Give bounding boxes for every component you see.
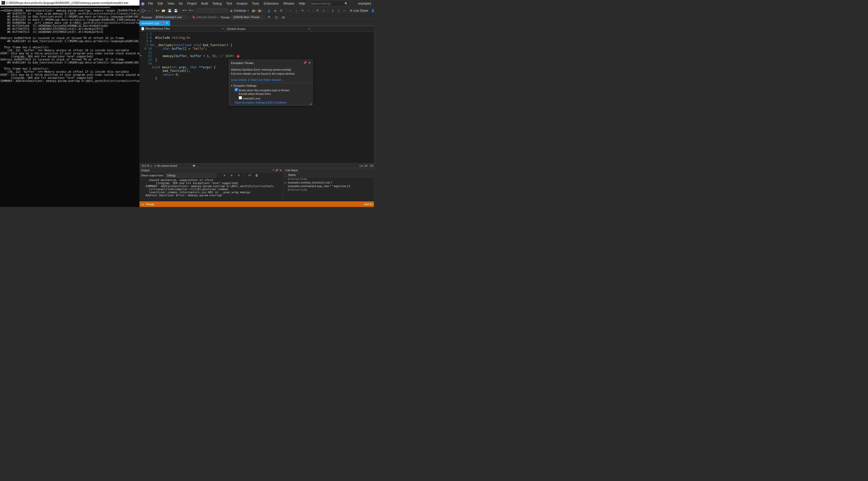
document-tabs: example1.cpp 📌 ✕ ▾ ⚙	[140, 21, 374, 26]
menu-file[interactable]: File	[146, 1, 155, 6]
output-panel: Output ▾ 📌 ✕ Show output from: Debug ≡ ≡	[140, 168, 284, 201]
popup-pin-icon[interactable]: 📌	[303, 61, 307, 64]
toolbar-btn-e[interactable]: ⋯	[342, 8, 347, 13]
close-tab-icon[interactable]: ✕	[166, 22, 168, 25]
menu-debug[interactable]: Debug	[211, 1, 224, 6]
error-indicator[interactable]: ● No issues found	[154, 164, 177, 167]
continue-button[interactable]: ▶ Continue ▾	[228, 8, 251, 13]
zoom-level[interactable]: 111 % ▾	[142, 164, 152, 167]
menu-tools[interactable]: Tools	[250, 1, 261, 6]
output-text[interactable]: unwind mechanism, swapcontext or vfork (…	[140, 178, 283, 201]
menu-git[interactable]: Git	[177, 1, 185, 6]
menu-view[interactable]: View	[165, 1, 176, 6]
check-icon: ●	[154, 164, 156, 167]
vs-statusbar: ▭ Ready ↑ Add to Source Control ▴ 💬	[140, 201, 374, 207]
output-clear-button[interactable]: 🗑	[254, 172, 259, 178]
menu-help[interactable]: Help	[297, 1, 307, 6]
solution-config-combo[interactable]	[197, 8, 212, 13]
undo-button[interactable]: ↶▾	[182, 8, 187, 13]
hot-reload-button[interactable]: ▦▾	[257, 8, 263, 13]
pause-button[interactable]: ‖	[266, 8, 272, 13]
toggle-button[interactable]: ⇄	[280, 14, 286, 20]
file-tab-example1[interactable]: example1.cpp 📌 ✕	[140, 21, 170, 26]
liveshare-button[interactable]: ⟳ Live Share	[348, 9, 370, 12]
output-wrap-button[interactable]: ⏎	[247, 172, 252, 178]
toolbar-btn-a[interactable]: ↶	[315, 8, 320, 13]
search-input[interactable]: Search (Ctrl+Q) 🔍	[309, 1, 350, 6]
output-source-combo[interactable]: Debug	[165, 173, 216, 178]
error-glyph-icon[interactable]: ✕	[237, 55, 240, 58]
save-button[interactable]: 💾	[167, 8, 173, 13]
member-combo[interactable]: ▾ +	[311, 26, 374, 31]
restart-button[interactable]: ⟳	[278, 8, 284, 13]
line-indicator[interactable]: Ln: 14	[360, 164, 367, 167]
start-liveshare-link[interactable]: Start Live Share session...	[251, 78, 283, 81]
panel-pin-icon[interactable]: 📌	[275, 169, 278, 172]
redo-button[interactable]: ↷▾	[188, 8, 193, 13]
menu-project[interactable]: Project	[185, 1, 199, 6]
line-numbers: 1 2 3 4 5 6 7 8 9 10 11 12 13 14	[143, 32, 154, 163]
browser-select-button[interactable]: ▦▾	[251, 8, 257, 13]
callstack-rows: [External Code] ➤example1.exe!bad_functi…	[284, 177, 374, 201]
process-label: Process:	[142, 16, 153, 19]
open-button[interactable]: 📂	[161, 8, 166, 13]
stop-button[interactable]: ■	[272, 8, 278, 13]
edit-conditions-link[interactable]: Edit Conditions	[268, 101, 287, 104]
save-all-button[interactable]: 💾	[173, 8, 179, 13]
thread-combo[interactable]: [33644] Main Thread	[231, 15, 265, 20]
thread-label: Thread:	[221, 16, 230, 19]
popup-close-icon[interactable]: ✕	[308, 61, 311, 64]
callstack-row[interactable]: example1.exe!main(int argc, char * * arg…	[284, 184, 374, 188]
menu-analyze[interactable]: Analyze	[235, 1, 250, 6]
open-exception-settings-link[interactable]: Open Exception Settings	[235, 101, 266, 104]
show-next-statement-button[interactable]: →	[287, 8, 293, 13]
copy-details-link[interactable]: Copy Details	[231, 78, 247, 81]
solution-name: example1	[355, 1, 374, 6]
lifecycle-events-button[interactable]: 🔖 Lifecycle Events ▾	[192, 15, 219, 19]
col-name[interactable]: Name	[284, 173, 374, 177]
stack-frame-button[interactable]: ▢	[273, 14, 279, 20]
solution-platform-combo[interactable]	[213, 8, 228, 13]
exception-settings-label: Exception Settings	[233, 84, 256, 87]
callstack-row[interactable]: [External Code]	[284, 188, 374, 191]
step-over-button[interactable]: ↷	[300, 8, 305, 13]
toolbar-btn-c[interactable]: ⫴	[330, 8, 335, 13]
code-editor[interactable]: ➤ 1 2 3 4 5 6 7 8 9 10 11 12 13 14 #incl…	[140, 32, 374, 163]
callstack-row[interactable]: ➤example1.exe!bad_function() Line 7C++	[284, 181, 374, 184]
menu-window[interactable]: Window	[281, 1, 296, 6]
char-indicator[interactable]: Ch: 1	[370, 164, 374, 167]
liveshare-label: Live Share	[353, 9, 368, 12]
collapse-icon: ▾	[231, 84, 232, 87]
console-output[interactable]: ========================================…	[0, 6, 140, 207]
menu-build[interactable]: Build	[199, 1, 210, 6]
panel-close-icon[interactable]: ✕	[279, 169, 282, 172]
flag-button[interactable]: ⚑	[266, 14, 272, 20]
toolbar-btn-b[interactable]: ⟐	[321, 8, 327, 13]
panel-options-icon[interactable]: ▾	[273, 169, 274, 172]
menu-edit[interactable]: Edit	[156, 1, 165, 6]
callstack-row[interactable]: [External Code]	[284, 177, 374, 181]
step-into-button[interactable]: ↓	[293, 8, 299, 13]
output-tool-3[interactable]: ≡	[236, 172, 242, 178]
add-source-control[interactable]: ↑ Add to Source Control ▴	[362, 203, 374, 206]
menu-test[interactable]: Test	[224, 1, 234, 6]
pin-icon[interactable]: 📌	[161, 22, 164, 25]
menu-extensions[interactable]: Extensions	[261, 1, 281, 6]
new-item-button[interactable]: ✦▾	[155, 8, 160, 13]
resize-grip-icon[interactable]: ◢	[310, 102, 312, 105]
break-checkbox[interactable]: Break when this exception type is thrown	[235, 88, 311, 92]
output-tool-2[interactable]: ≡	[229, 172, 234, 178]
step-out-button[interactable]: ↑	[306, 8, 311, 13]
exception-settings-toggle[interactable]: ▾ Exception Settings	[231, 84, 311, 87]
output-tool-1[interactable]: ≡	[222, 172, 227, 178]
show-output-label: Show output from:	[141, 174, 164, 177]
toolbar-btn-d[interactable]: ⋮	[336, 8, 341, 13]
nav-back-button[interactable]: ◯▾	[141, 8, 146, 13]
scope-combo[interactable]: (Global Scope)▾	[225, 26, 311, 31]
nav-fwd-button[interactable]: →	[147, 8, 151, 13]
editor-statusbar: 111 % ▾ ● No issues found ◀ Ln: 14 Ch: 1…	[140, 163, 374, 168]
feedback-button[interactable]: 👤	[370, 8, 374, 13]
project-combo[interactable]: 📄 Miscellaneous Files▾	[140, 26, 225, 31]
except-item-checkbox[interactable]: example1.exe	[239, 96, 311, 100]
process-combo[interactable]: [8264] example1.exe	[154, 15, 187, 20]
